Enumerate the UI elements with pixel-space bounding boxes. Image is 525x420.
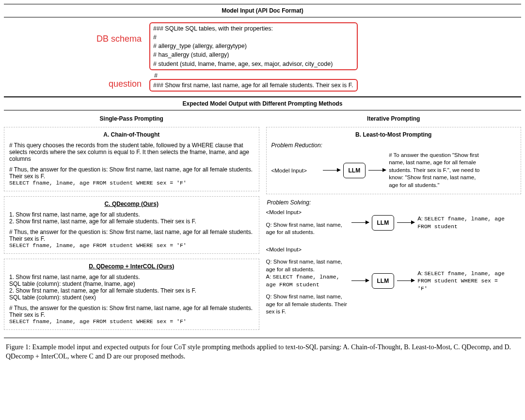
solving2-a1-sql: SELECT fname, lname, age FROM student	[266, 274, 340, 288]
llm-box: LLM	[343, 163, 366, 178]
box-a-chain-of-thought: A. Chain-of-Thought # This query chooses…	[4, 127, 259, 191]
solving2-a-sql: SELECT fname, lname, age FROM student WH…	[417, 270, 505, 292]
schema-line: ### SQLite SQL tables, with their proper…	[153, 24, 354, 33]
box-d-para: # Thus, the answer for the question is: …	[9, 305, 254, 318]
model-input-area: DB schema ### SQLite SQL tables, with th…	[4, 17, 521, 97]
reduction-flow: <Model Input> LLM # To answer the questi…	[271, 152, 516, 189]
schema-line: # allergy_type (allergy, allergytype)	[153, 42, 354, 50]
schema-line: # student (stuid, lname, fname, age, sex…	[153, 60, 354, 68]
solving2-output: A: SELECT fname, lname, age FROM student…	[417, 270, 509, 293]
box-c-step2: 2. Show first name, last name, age for a…	[9, 218, 254, 225]
solving1-model-input: <Model Input>	[266, 209, 349, 217]
single-pass-title: Single-Pass Prompting	[4, 111, 259, 127]
box-d-step2-col: SQL table (column): student (sex)	[9, 294, 254, 301]
box-c-title: C. QDecomp (Ours)	[9, 201, 254, 207]
db-schema-box: ### SQLite SQL tables, with their proper…	[149, 22, 358, 70]
box-a-para1: # This query chooses the records from th…	[9, 142, 254, 162]
columns-wrap: Single-Pass Prompting A. Chain-of-Though…	[4, 111, 521, 338]
reduction-input: <Model Input>	[271, 168, 320, 173]
problem-reduction-label: Problem Reduction:	[271, 142, 516, 149]
right-column: Iterative Prompting B. Least-to-Most Pro…	[266, 111, 522, 335]
schema-line: #	[153, 33, 354, 42]
iterative-title: Iterative Prompting	[266, 111, 522, 127]
box-d-qdecomp-intercol: D. QDecomp + InterCOL (Ours) 1. Show fir…	[4, 259, 259, 330]
question-label: question	[4, 79, 149, 89]
arrow-icon	[368, 170, 386, 171]
solving2-a1: A: SELECT fname, lname, age FROM student	[266, 273, 349, 288]
arrow-icon	[397, 280, 414, 281]
solving2-a-prefix: A:	[417, 270, 424, 276]
box-c-para: # Thus, the answer for the question is: …	[9, 229, 254, 242]
llm-box: LLM	[372, 273, 395, 289]
solving2-model-input: <Model Input>	[266, 246, 349, 254]
arrow-icon	[397, 222, 414, 223]
arrow-icon	[351, 280, 369, 281]
db-schema-label: DB schema	[4, 22, 149, 44]
solving2-q1: Q: Show first name, last name, age for a…	[266, 258, 349, 273]
box-c-sql: SELECT fname, lname, age FROM student WH…	[9, 242, 254, 249]
solving1-a-prefix: A:	[417, 216, 424, 221]
schema-line: # has_allergy (stuid, allergy)	[153, 50, 354, 59]
box-a-para2: # Thus, the answer for the question is: …	[9, 166, 254, 180]
reduction-output: # To answer the question "Show first nam…	[389, 152, 481, 189]
box-c-step1: 1. Show first name, last name, age for a…	[9, 211, 254, 218]
solving-flow-1: <Model Input> Q: Show first name, last n…	[266, 209, 522, 236]
question-box: ### Show first name, last name, age for …	[149, 79, 358, 92]
left-column: Single-Pass Prompting A. Chain-of-Though…	[4, 111, 259, 335]
box-c-qdecomp: C. QDecomp (Ours) 1. Show first name, la…	[4, 196, 259, 254]
solving-flow-2: <Model Input> Q: Show first name, last n…	[266, 246, 522, 316]
box-d-title: D. QDecomp + InterCOL (Ours)	[9, 263, 254, 270]
solving1-q: Q: Show first name, last name, age for a…	[266, 221, 349, 236]
problem-solving-label: Problem Solving:	[267, 199, 522, 206]
box-b-title: B. Least-to-Most Prompting	[271, 131, 516, 138]
box-d-step1-col: SQL table (column): student (fname, lnam…	[9, 280, 254, 287]
box-d-step2: 2. Show first name, last name, age for a…	[9, 287, 254, 294]
schema-hash: #	[150, 72, 521, 79]
solving2-input: <Model Input> Q: Show first name, last n…	[266, 246, 349, 316]
box-d-sql: SELECT fname, lname, age FROM student WH…	[9, 318, 254, 325]
solving2-a1-prefix: A:	[266, 274, 273, 280]
box-a-sql: SELECT fname, lname, age FROM student WH…	[9, 180, 254, 186]
arrow-icon	[351, 222, 369, 223]
box-b-least-to-most: B. Least-to-Most Prompting Problem Reduc…	[266, 127, 522, 195]
figure-caption: Figure 1: Example model input and expect…	[4, 338, 521, 361]
solving1-output: A: SELECT fname, lname, age FROM student	[417, 215, 509, 230]
expected-output-header: Expected Model Output with Different Pro…	[4, 97, 521, 110]
solving1-input: <Model Input> Q: Show first name, last n…	[266, 209, 349, 236]
box-a-title: A. Chain-of-Thought	[9, 131, 254, 138]
arrow-icon	[323, 170, 340, 171]
solving1-a-sql: SELECT fname, lname, age FROM student	[417, 216, 505, 230]
box-d-step1: 1. Show first name, last name, age for a…	[9, 274, 254, 280]
llm-box: LLM	[372, 215, 395, 231]
solving2-q2: Q: Show first name, last name, age for a…	[266, 293, 349, 316]
model-input-header: Model Input (API Doc Format)	[4, 4, 521, 17]
